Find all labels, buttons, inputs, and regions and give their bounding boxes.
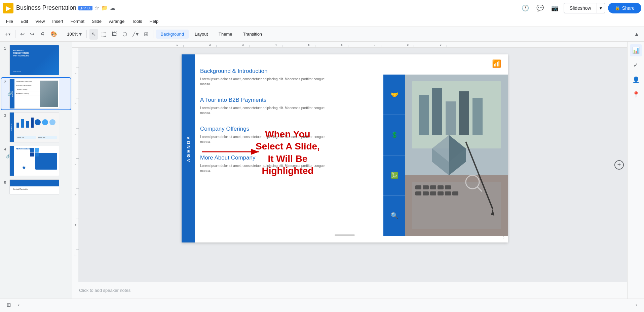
notes-area[interactable]: Click to add speaker notes [72, 282, 627, 299]
svg-text:2: 2 [74, 103, 77, 105]
svg-rect-60 [452, 191, 458, 195]
right-sidebar-check-icon[interactable]: ✓ [630, 59, 642, 71]
svg-text:5: 5 [308, 43, 310, 46]
svg-rect-41 [432, 88, 442, 135]
slide-number-4: 4 [2, 146, 8, 151]
select-tool-button[interactable]: ↖ [89, 29, 98, 40]
right-actions: 🕐 💬 📷 Slideshow ▾ 🔒 Share [519, 2, 641, 14]
slide-thumbnail-5[interactable]: 5 Content Placeholder [1, 179, 71, 195]
slideshow-button[interactable]: Slideshow [564, 3, 597, 13]
grid-icon-1: 🤝 [383, 75, 405, 115]
cloud-icon[interactable]: ☁ [110, 5, 115, 11]
slide-photo-area: 🤝 💲 💹 🔍 [383, 75, 508, 236]
folder-icon[interactable]: 📁 [101, 5, 108, 11]
line-tool-button[interactable]: ╱ ▾ [130, 29, 141, 40]
svg-text:3: 3 [74, 133, 77, 135]
collapse-panel-button[interactable]: ‹ [15, 301, 22, 309]
shape-button[interactable]: ⬡ [120, 29, 129, 40]
grid-icon-4: 🔍 [383, 196, 405, 236]
zoom-button[interactable]: 100% ▾ [65, 29, 83, 40]
slideshow-dropdown-button[interactable]: ▾ [597, 3, 605, 13]
bottom-bar: ⊞ ‹ › [0, 299, 644, 311]
collapse-toolbar-button[interactable]: ▲ [632, 29, 641, 40]
slide-number-3: 3 [2, 112, 8, 118]
agenda-item-4-text: Lorem ipsum dolor sit amet, consectetuer… [200, 163, 328, 173]
share-button[interactable]: 🔒 Share [608, 3, 641, 13]
svg-text:3: 3 [242, 43, 244, 46]
slide-thumb-img-3: BACKGROUND Sample Text Sample Text [9, 112, 59, 142]
right-sidebar-map-icon[interactable]: 📍 [630, 89, 642, 101]
agenda-item-2: A Tour into B2B Payments Lorem ipsum dol… [200, 97, 328, 116]
title-area: Business Presentation .PPTX ☆ 📁 ☁ [16, 4, 517, 11]
frame-tool-button[interactable]: ⬚ [99, 29, 108, 40]
menu-format[interactable]: Format [67, 17, 88, 25]
svg-rect-58 [438, 191, 444, 195]
menu-file[interactable]: File [3, 17, 16, 25]
add-slide-button[interactable]: + [614, 160, 624, 170]
slide-thumbnail-2[interactable]: 2 AGENDA Background & Introduction A Tou… [1, 78, 71, 109]
canvas-area: 1 2 3 4 5 6 7 8 9 1 [72, 42, 627, 299]
slide-number-1: 1 [2, 45, 8, 50]
right-sidebar-user-icon[interactable]: 👤 [630, 74, 642, 86]
app-logo: ▶ [3, 3, 13, 13]
menu-help[interactable]: Help [146, 17, 162, 25]
undo-button[interactable]: ↩ [18, 29, 27, 40]
transition-button[interactable]: Transition [238, 30, 267, 39]
menu-edit[interactable]: Edit [17, 17, 31, 25]
history-button[interactable]: 🕐 [519, 2, 531, 14]
slide-wifi-icon: 📶 [492, 59, 501, 68]
slide-thumbnail-1[interactable]: 1 BUSINESSPRESENTATIONFOR PARTNERS Slide… [1, 44, 71, 76]
svg-text:2: 2 [209, 43, 211, 46]
agenda-item-3-text: Lorem ipsum dolor sit amet, consectetuer… [200, 134, 328, 144]
agenda-item-2-text: Lorem ipsum dolor sit amet, consectetuer… [200, 105, 328, 116]
comments-button[interactable]: 💬 [534, 2, 546, 14]
svg-rect-59 [445, 191, 451, 195]
document-title: Business Presentation [16, 4, 76, 11]
chevron-down-icon: ▾ [8, 32, 10, 37]
zoom-dropdown-icon: ▾ [79, 31, 82, 37]
textbox-button[interactable]: ⊞ [142, 29, 150, 40]
svg-text:1: 1 [176, 43, 178, 46]
layout-button[interactable]: Layout [190, 30, 213, 39]
agenda-item-3-title: Company Offerings [200, 126, 328, 132]
menu-arrange[interactable]: Arrange [106, 17, 128, 25]
svg-rect-44 [472, 98, 483, 135]
line-dropdown-icon: ▾ [136, 31, 139, 37]
vertical-ruler: 1 2 3 4 5 6 7 [72, 48, 79, 282]
background-button[interactable]: Background [156, 30, 189, 39]
new-slide-button[interactable]: + ▾ [3, 29, 12, 40]
menu-insert[interactable]: Insert [49, 17, 67, 25]
menu-slide[interactable]: Slide [88, 17, 105, 25]
star-icon[interactable]: ☆ [94, 5, 99, 11]
toolbar: + ▾ ↩ ↪ 🖨 🎨 100% ▾ ↖ ⬚ 🖼 ⬡ ╱ ▾ ⊞ Backgro… [0, 27, 644, 42]
agenda-item-1-text: Lorem ipsum dolor sit amet, consectetuer… [200, 77, 328, 87]
svg-text:6: 6 [74, 224, 77, 226]
toolbar-divider-4 [153, 30, 153, 38]
theme-button[interactable]: Theme [214, 30, 237, 39]
horizontal-ruler: 1 2 3 4 5 6 7 8 9 [72, 42, 627, 48]
svg-text:4: 4 [275, 43, 277, 46]
menu-view[interactable]: View [32, 17, 48, 25]
right-sidebar-sheets-icon[interactable]: 📊 [630, 44, 642, 56]
paint-format-button[interactable]: 🎨 [48, 29, 59, 40]
menu-tools[interactable]: Tools [128, 17, 145, 25]
svg-rect-52 [430, 185, 436, 189]
slide-thumbnail-4[interactable]: 4 ABOUT COMPANY ★ [1, 145, 71, 177]
slide-thumb-img-2: AGENDA Background & Introduction A Tour … [9, 79, 59, 109]
svg-text:8: 8 [407, 43, 409, 46]
svg-text:5: 5 [74, 194, 77, 195]
toolbar-divider-3 [86, 30, 87, 38]
svg-rect-43 [459, 91, 469, 135]
redo-button[interactable]: ↪ [28, 29, 36, 40]
main-area: 1 BUSINESSPRESENTATIONFOR PARTNERS Slide… [0, 42, 644, 299]
slide-panel: 1 BUSINESSPRESENTATIONFOR PARTNERS Slide… [0, 42, 72, 299]
share-label: Share [622, 5, 635, 11]
canvas-scroll[interactable]: When You Select A Slide, It Will Be High… [79, 48, 610, 282]
print-button[interactable]: 🖨 [38, 29, 47, 40]
image-insert-button[interactable]: 🖼 [110, 29, 119, 40]
meet-button[interactable]: 📷 [549, 2, 561, 14]
slide-thumbnail-3[interactable]: 3 BACKGROUND Sample Text Sample Te [1, 112, 71, 143]
svg-text:4: 4 [74, 164, 77, 165]
expand-notes-button[interactable]: › [633, 301, 640, 309]
grid-view-button[interactable]: ⊞ [4, 301, 14, 309]
